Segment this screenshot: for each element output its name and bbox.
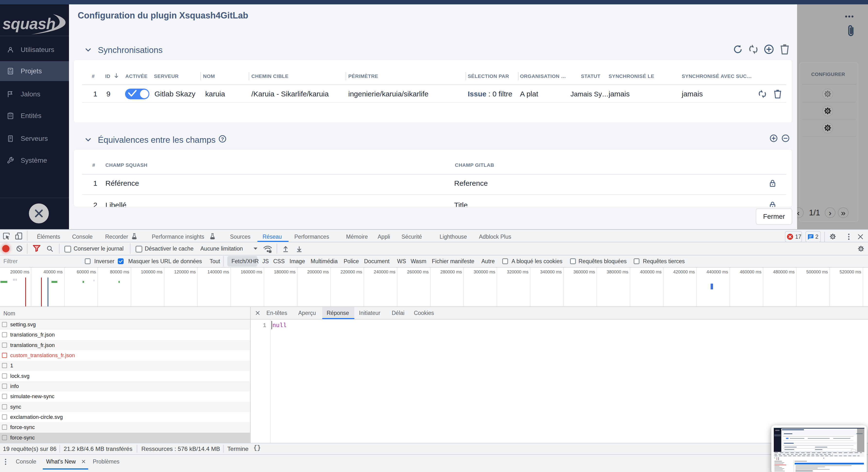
svg-text:squash: squash: [2, 15, 55, 33]
